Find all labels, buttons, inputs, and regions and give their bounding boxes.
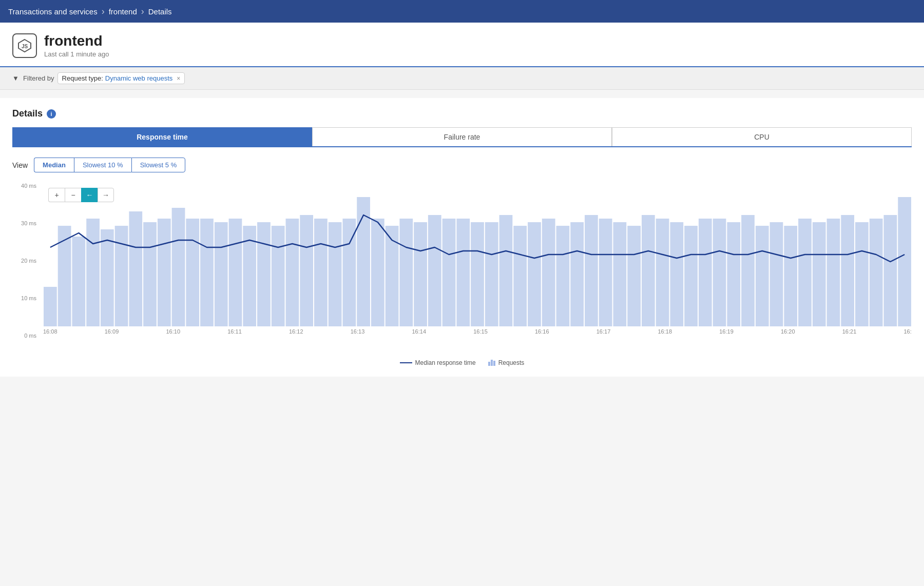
view-slowest-10[interactable]: Slowest 10 % xyxy=(74,158,131,172)
filter-remove[interactable]: × xyxy=(177,75,180,82)
x-label-1620: 16:20 xyxy=(781,328,795,335)
filter-key: Request type: xyxy=(62,74,103,82)
legend-bar-label: Requests xyxy=(498,359,525,366)
x-label-1612: 16:12 xyxy=(289,328,303,335)
breadcrumb-sep-1: › xyxy=(102,6,105,17)
zoom-in-button[interactable]: + xyxy=(48,188,65,202)
page-header: JS frontend Last call 1 minute ago xyxy=(0,23,924,67)
legend-bar-item: Requests xyxy=(488,359,525,366)
y-label-10: 10 ms xyxy=(12,295,41,301)
x-label-1608: 16:08 xyxy=(43,328,57,335)
x-label-1618: 16:18 xyxy=(658,328,672,335)
pan-left-button[interactable]: ← xyxy=(81,188,98,202)
line-svg xyxy=(43,183,912,326)
x-label-1621: 16:21 xyxy=(842,328,857,335)
legend-line-symbol xyxy=(400,362,412,363)
main-content: Details i Response time Failure rate CPU… xyxy=(0,98,924,377)
tab-response-time[interactable]: Response time xyxy=(12,127,312,146)
x-label-1611: 16:11 xyxy=(227,328,242,335)
x-axis: 16:08 16:09 16:10 16:11 16:12 16:13 16:1… xyxy=(43,326,912,335)
tabs: Response time Failure rate CPU xyxy=(12,127,912,147)
y-axis: 0 ms 10 ms 20 ms 30 ms 40 ms xyxy=(12,183,41,340)
x-label-1615: 16:15 xyxy=(473,328,488,335)
view-slowest-5[interactable]: Slowest 5 % xyxy=(131,158,186,172)
legend-bar-l xyxy=(493,361,495,366)
pan-right-button[interactable]: → xyxy=(98,188,114,202)
x-label-1614: 16:14 xyxy=(412,328,427,335)
breadcrumb-details[interactable]: Details xyxy=(148,7,172,16)
breadcrumb-frontend[interactable]: frontend xyxy=(109,7,137,16)
section-title: Details i xyxy=(12,108,912,119)
y-label-20: 20 ms xyxy=(12,258,41,264)
tab-failure-rate[interactable]: Failure rate xyxy=(312,127,612,146)
filter-icon: ▼ xyxy=(12,74,19,82)
page-title: frontend xyxy=(44,33,109,49)
breadcrumb-transactions[interactable]: Transactions and services xyxy=(8,7,98,16)
x-label-1609: 16:09 xyxy=(105,328,119,335)
view-selector: View Median Slowest 10 % Slowest 5 % xyxy=(12,158,912,172)
y-label-0: 0 ms xyxy=(12,333,41,339)
legend-bar-s xyxy=(488,362,490,366)
chart-legend: Median response time Requests xyxy=(12,359,912,366)
y-label-40: 40 ms xyxy=(12,183,41,189)
filter-prefix: Filtered by xyxy=(23,74,54,82)
info-icon[interactable]: i xyxy=(47,109,56,119)
y-label-30: 30 ms xyxy=(12,220,41,226)
filter-bar: ▼ Filtered by Request type: Dynamic web … xyxy=(0,67,924,90)
page-title-block: frontend Last call 1 minute ago xyxy=(44,33,109,58)
chart-zoom-controls: + − ← → xyxy=(48,188,114,202)
breadcrumb: Transactions and services › frontend › D… xyxy=(0,0,924,23)
x-label-end: 16: xyxy=(904,328,912,335)
tab-cpu[interactable]: CPU xyxy=(612,127,912,146)
filter-tag[interactable]: Request type: Dynamic web requests × xyxy=(57,72,185,84)
chart-container: + − ← → 0 ms 10 ms 20 ms 30 ms 40 ms 16:… xyxy=(12,183,912,355)
svg-text:JS: JS xyxy=(22,44,28,49)
x-label-1619: 16:19 xyxy=(719,328,734,335)
x-label-1610: 16:10 xyxy=(166,328,181,335)
chart-inner xyxy=(43,183,912,326)
x-label-1613: 16:13 xyxy=(351,328,365,335)
legend-line-item: Median response time xyxy=(400,359,476,366)
section-title-text: Details xyxy=(12,108,43,119)
legend-line-label: Median response time xyxy=(415,359,476,366)
view-median[interactable]: Median xyxy=(34,158,74,172)
nodejs-icon: JS xyxy=(12,33,37,58)
filter-value: Dynamic web requests xyxy=(105,74,173,82)
legend-bar-m xyxy=(491,360,493,366)
legend-bar-symbol xyxy=(488,360,495,366)
x-label-1616: 16:16 xyxy=(535,328,549,335)
page-subtitle: Last call 1 minute ago xyxy=(44,50,109,58)
view-label: View xyxy=(12,161,28,169)
zoom-out-button[interactable]: − xyxy=(65,188,81,202)
breadcrumb-sep-2: › xyxy=(141,6,144,17)
x-label-1617: 16:17 xyxy=(596,328,611,335)
